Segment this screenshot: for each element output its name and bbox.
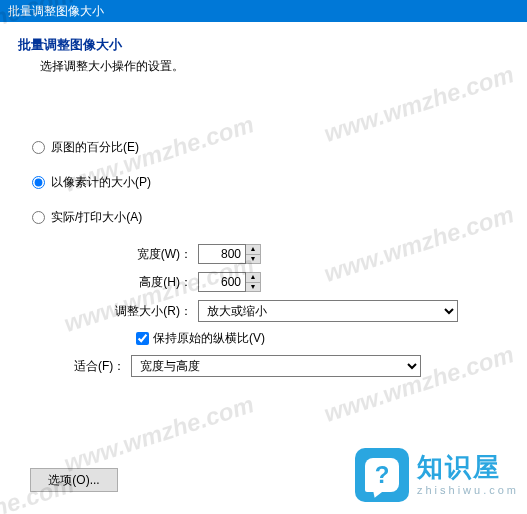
logo-cn: 知识屋	[417, 454, 519, 480]
window-titlebar: 批量调整图像大小	[0, 0, 527, 22]
logo-badge-icon: ?	[355, 448, 409, 502]
logo-text: 知识屋 zhishiwu.com	[417, 454, 519, 496]
resize-select[interactable]: 放大或缩小	[198, 300, 458, 322]
radio-pixels[interactable]: 以像素计的大小(P)	[32, 174, 509, 191]
fit-row: 适合(F)： 宽度与高度	[74, 355, 509, 377]
keep-ratio-label: 保持原始的纵横比(V)	[153, 330, 265, 347]
options-button[interactable]: 选项(O)...	[30, 468, 118, 492]
radio-percent-label: 原图的百分比(E)	[51, 139, 139, 156]
radio-print-input[interactable]	[32, 211, 45, 224]
content-area: 批量调整图像大小 选择调整大小操作的设置。 原图的百分比(E) 以像素计的大小(…	[0, 22, 527, 387]
height-spin-buttons: ▲ ▼	[246, 272, 261, 292]
fit-select[interactable]: 宽度与高度	[131, 355, 421, 377]
page-title: 批量调整图像大小	[18, 36, 509, 54]
width-spin-buttons: ▲ ▼	[246, 244, 261, 264]
radio-print-label: 实际/打印大小(A)	[51, 209, 142, 226]
radio-print[interactable]: 实际/打印大小(A)	[32, 209, 509, 226]
height-row: 高度(H)： ▲ ▼	[18, 272, 509, 292]
width-input[interactable]	[198, 244, 246, 264]
resize-row: 调整大小(R)： 放大或缩小	[18, 300, 509, 322]
width-spinner[interactable]: ▲ ▼	[198, 244, 261, 264]
form-rows: 宽度(W)： ▲ ▼ 高度(H)： ▲ ▼ 调整大小(R)：	[18, 244, 509, 377]
radio-pixels-input[interactable]	[32, 176, 45, 189]
width-label: 宽度(W)：	[18, 246, 198, 263]
logo-en: zhishiwu.com	[417, 484, 519, 496]
logo-question-icon: ?	[365, 458, 399, 492]
radio-percent-input[interactable]	[32, 141, 45, 154]
height-spin-down-icon[interactable]: ▼	[246, 283, 260, 292]
radio-pixels-label: 以像素计的大小(P)	[51, 174, 151, 191]
height-input[interactable]	[198, 272, 246, 292]
window-title: 批量调整图像大小	[8, 4, 104, 18]
keep-ratio-checkbox[interactable]: 保持原始的纵横比(V)	[136, 330, 509, 347]
width-row: 宽度(W)： ▲ ▼	[18, 244, 509, 264]
keep-ratio-input[interactable]	[136, 332, 149, 345]
width-spin-up-icon[interactable]: ▲	[246, 245, 260, 255]
height-spin-up-icon[interactable]: ▲	[246, 273, 260, 283]
size-mode-radio-group: 原图的百分比(E) 以像素计的大小(P) 实际/打印大小(A)	[32, 139, 509, 226]
radio-percent[interactable]: 原图的百分比(E)	[32, 139, 509, 156]
height-label: 高度(H)：	[18, 274, 198, 291]
watermark-text: www.wmzhe.com	[61, 390, 258, 478]
resize-label: 调整大小(R)：	[18, 303, 198, 320]
fit-label: 适合(F)：	[74, 358, 131, 375]
zhishiwu-logo: ? 知识屋 zhishiwu.com	[355, 448, 519, 502]
width-spin-down-icon[interactable]: ▼	[246, 255, 260, 264]
height-spinner[interactable]: ▲ ▼	[198, 272, 261, 292]
page-subtitle: 选择调整大小操作的设置。	[40, 58, 509, 75]
